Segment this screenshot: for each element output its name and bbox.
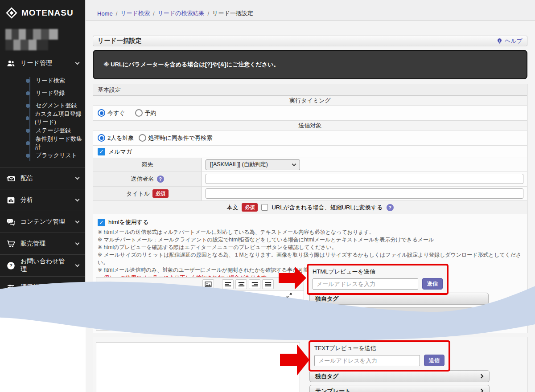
sidebar-item-content-management[interactable]: コンテンツ管理 (0, 211, 85, 233)
sender-help-icon[interactable]: ? (157, 176, 164, 183)
breadcrumb-separator: / (207, 10, 209, 17)
main-content: Home / リード検索 / リードの検索結果 / リード一括設定 リード一括設… (86, 0, 535, 392)
recipient-select[interactable]: [[ASKMAIL]] (自動判定) (206, 159, 300, 170)
sidebar-item-operation-management[interactable]: 運用管理 (0, 276, 85, 298)
breadcrumb-separator: / (116, 10, 118, 17)
radio-schedule[interactable]: 予約 (135, 109, 156, 117)
chevron-down-icon (75, 219, 80, 224)
cart-icon (6, 239, 16, 249)
question-circle-icon: ? (6, 261, 16, 270)
motenasu-logo-icon (6, 7, 17, 19)
breadcrumb-lead-search[interactable]: リード検索 (120, 9, 150, 17)
app-logo[interactable]: MOTENASU (0, 0, 85, 26)
align-right-button[interactable] (249, 279, 260, 289)
html-preview-box: HTMLプレビューを送信 送信 (307, 264, 449, 295)
radio-icon[interactable] (139, 134, 146, 142)
timing-header: 実行タイミング (93, 96, 527, 106)
annotation-arrow-text (280, 344, 309, 376)
radio-target-research[interactable]: 処理時に同条件で再検索 (139, 134, 213, 142)
sidebar-item-lead-count[interactable]: 条件別リード数集計 (0, 137, 85, 149)
users-icon (6, 59, 16, 68)
accordion-custom-tag-bottom[interactable]: 独自タグ (309, 370, 490, 382)
sidebar-item-delivery[interactable]: 配信 (0, 167, 85, 189)
text-body-textarea[interactable] (96, 342, 300, 392)
chevron-down-icon (292, 162, 296, 166)
shorten-url-help-icon[interactable]: ? (387, 204, 394, 211)
lightbulb-icon: ! (496, 38, 503, 45)
sidebar-item-custom-field-register[interactable]: カスタム項目登録(リード) (0, 112, 85, 124)
radio-icon[interactable] (135, 109, 143, 117)
editor-toolbar (96, 278, 304, 291)
radio-icon[interactable] (98, 109, 105, 117)
bullet-icon (26, 116, 29, 120)
align-center-button[interactable] (235, 279, 247, 289)
recipient-label: 宛先 (93, 158, 202, 171)
breadcrumb-search-results[interactable]: リードの検索結果 (158, 9, 205, 17)
align-left-button[interactable] (222, 279, 234, 289)
breadcrumb-home[interactable]: Home (97, 10, 113, 17)
sidebar-item-analytics[interactable]: 分析 (0, 189, 85, 211)
breadcrumb: Home / リード検索 / リードの検索結果 / リード一括設定 (97, 9, 253, 17)
title-input[interactable] (206, 188, 523, 199)
chevron-right-icon (479, 374, 484, 379)
breadcrumb-separator: / (153, 10, 155, 17)
shorten-url-label: URLが含まれる場合、短縮URLに変換する (272, 204, 383, 212)
breadcrumb-current: リード一括設定 (212, 9, 253, 17)
text-preview-title: TEXTプレビューを送信 (314, 344, 444, 352)
html-editor (96, 277, 304, 331)
title-label: タイトル (126, 190, 150, 198)
sidebar-item-lead-register[interactable]: リード登録 (0, 87, 85, 99)
chart-icon (6, 196, 16, 205)
sidebar-item-lead-search[interactable]: リード検索 (0, 74, 85, 87)
sidebar-item-label: リード管理 (21, 59, 52, 67)
required-badge: 必須 (152, 189, 169, 198)
sidebar: MOTENASU リード管理 リード検索 リード登録 セグメント登録 カスタム項… (0, 0, 86, 392)
sidebar-item-blacklist[interactable]: ブラックリスト (0, 149, 85, 162)
maximize-icon[interactable] (286, 292, 292, 300)
accordion-template[interactable]: テンプレート (309, 385, 490, 392)
help-label: ヘルプ (505, 37, 523, 45)
bullet-icon (26, 104, 30, 108)
bullet-icon (26, 129, 30, 133)
shorten-url-checkbox[interactable] (261, 204, 268, 211)
target-options: 2人を対象 処理時に同条件で再検索 (93, 131, 527, 146)
sidebar-item-inquiry-management[interactable]: ? お問い合わせ管理 (0, 254, 85, 276)
chevron-down-icon (75, 61, 80, 65)
radio-target-selected[interactable]: 2人を対象 (98, 134, 134, 142)
body-label: 本文 (226, 204, 238, 212)
editor-toolbar-row2 (96, 291, 304, 302)
radio-icon[interactable] (98, 134, 105, 142)
html-preview-send-button[interactable]: 送信 (422, 278, 443, 290)
bullet-icon (26, 154, 30, 158)
chevron-down-icon (75, 197, 80, 202)
app-name: MOTENASU (21, 8, 74, 18)
mail-icon (6, 174, 16, 183)
text-preview-box: TEXTプレビューを送信 送信 (309, 340, 450, 372)
chevron-down-icon (75, 241, 80, 245)
html-preview-email-input[interactable] (313, 278, 418, 290)
help-button[interactable]: ! ヘルプ (496, 37, 523, 45)
target-header: 送信対象 (93, 121, 527, 131)
body-header-row: 本文 必須 URLが含まれる場合、短縮URLに変換する ? (93, 201, 527, 214)
text-preview-send-button[interactable]: 送信 (424, 355, 444, 366)
editor-content-area[interactable] (96, 302, 304, 325)
insert-image-button[interactable] (202, 279, 214, 289)
sender-input[interactable] (206, 174, 523, 184)
use-html-checkbox[interactable]: ✓ (98, 219, 105, 226)
user-account-redacted (5, 29, 58, 50)
page-title: リード一括設定 (98, 37, 142, 45)
mailmag-checkbox[interactable]: ✓ (98, 148, 105, 155)
required-badge: 必須 (242, 203, 258, 212)
bullet-icon (26, 79, 30, 83)
accordion-stub[interactable] (312, 307, 486, 317)
editor-status-bar (96, 325, 304, 330)
url-parameter-notice: ※ URLにパラメーターを含める場合は[?]や[&]にご注意ください。 (93, 50, 527, 79)
use-html-label: htmlを使用する (108, 218, 148, 226)
text-preview-email-input[interactable] (314, 355, 420, 366)
svg-text:!: ! (499, 39, 500, 42)
radio-now[interactable]: 今すぐ (98, 109, 125, 117)
sidebar-panel: MOTENASU リード管理 リード検索 リード登録 セグメント登録 カスタム項… (0, 0, 86, 301)
align-justify-button[interactable] (262, 279, 274, 289)
sidebar-item-lead-management[interactable]: リード管理 (0, 54, 85, 73)
sidebar-item-sales-management[interactable]: 販売管理 (0, 233, 85, 254)
